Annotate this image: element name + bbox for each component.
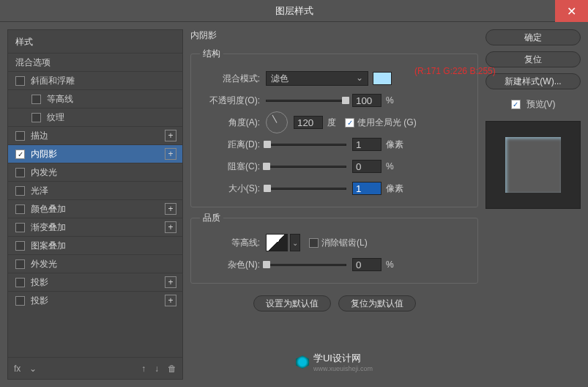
noise-unit: % (386, 259, 394, 270)
antialias-checkbox[interactable]: ✓ (309, 238, 319, 248)
quality-group: 品质 等高线: ⌄ ✓ 消除锯齿(L) 杂色(N): % (190, 212, 478, 284)
style-checkbox[interactable] (15, 223, 25, 232)
sidebar-header: 样式 (8, 30, 182, 53)
reset-default-button[interactable]: 复位为默认值 (338, 295, 416, 312)
style-item-1[interactable]: 等高线 (8, 89, 182, 108)
style-item-9[interactable]: 图案叠加 (8, 236, 182, 254)
angle-dial[interactable] (266, 111, 288, 133)
ok-button[interactable]: 确定 (485, 29, 581, 45)
opacity-input[interactable] (352, 94, 382, 107)
style-item-label: 纹理 (47, 111, 176, 124)
distance-input[interactable] (352, 138, 382, 151)
contour-dropdown-icon[interactable]: ⌄ (290, 234, 300, 251)
window-title: 图层样式 (275, 4, 313, 18)
style-checkbox[interactable] (15, 241, 25, 251)
choke-unit: % (386, 161, 394, 172)
style-checkbox[interactable] (15, 168, 25, 177)
down-arrow-icon[interactable]: ↓ (155, 364, 159, 374)
angle-label: 角度(A): (200, 117, 266, 129)
style-checkbox[interactable] (15, 76, 25, 86)
style-item-label: 描边 (31, 130, 165, 142)
add-effect-icon[interactable]: + (165, 148, 176, 160)
style-item-label: 等高线 (47, 93, 176, 106)
style-item-6[interactable]: 光泽 (8, 181, 182, 199)
cancel-button[interactable]: 复位 (485, 51, 581, 67)
add-effect-icon[interactable]: + (165, 203, 176, 215)
size-slider[interactable] (266, 188, 346, 190)
up-arrow-icon[interactable]: ↑ (141, 364, 146, 374)
structure-group: 结构 混合模式: 滤色 不透明度(O): % 角度(A): 度 ✓ 使用全局光 … (190, 48, 478, 207)
global-light-checkbox[interactable]: ✓ (345, 118, 354, 128)
add-effect-icon[interactable]: + (165, 221, 176, 233)
contour-picker[interactable] (266, 234, 288, 251)
style-item-11[interactable]: 投影+ (8, 273, 182, 291)
style-item-12[interactable]: 投影+ (8, 291, 182, 309)
style-checkbox[interactable] (15, 131, 25, 141)
noise-slider[interactable] (266, 264, 346, 266)
distance-label: 距离(D): (200, 139, 266, 151)
style-checkbox[interactable] (15, 204, 25, 214)
style-checkbox[interactable] (15, 259, 25, 269)
style-item-8[interactable]: 渐变叠加+ (8, 218, 182, 236)
style-item-5[interactable]: 内发光 (8, 163, 182, 181)
quality-legend: 品质 (200, 212, 223, 224)
style-item-label: 投影 (31, 276, 165, 289)
watermark-sub: www.xueuisheji.com (313, 365, 373, 372)
blendmode-select[interactable]: 滤色 (266, 71, 368, 86)
style-checkbox[interactable] (31, 113, 41, 122)
blend-options-item[interactable]: 混合选项 (8, 53, 182, 71)
style-checkbox[interactable] (15, 296, 25, 306)
noise-label: 杂色(N): (200, 259, 266, 271)
size-label: 大小(S): (200, 183, 266, 195)
style-item-label: 外发光 (31, 258, 176, 270)
angle-input[interactable] (294, 116, 323, 129)
style-item-10[interactable]: 外发光 (8, 254, 182, 273)
style-item-label: 斜面和浮雕 (31, 75, 176, 87)
style-item-2[interactable]: 纹理 (8, 108, 182, 126)
style-item-label: 图案叠加 (31, 240, 176, 252)
style-checkbox[interactable] (31, 95, 41, 104)
panel-title: 内阴影 (190, 29, 478, 42)
style-item-3[interactable]: 描边+ (8, 126, 182, 144)
watermark-logo-icon (296, 355, 309, 369)
close-button[interactable]: ✕ (555, 0, 588, 22)
add-effect-icon[interactable]: + (165, 276, 176, 288)
style-item-label: 内发光 (31, 166, 176, 179)
size-input[interactable] (352, 182, 382, 195)
opacity-slider[interactable] (266, 100, 346, 102)
preview-label: 预览(V) (526, 98, 556, 111)
structure-legend: 结构 (200, 48, 223, 60)
distance-unit: 像素 (386, 139, 403, 151)
style-item-4[interactable]: ✓内阴影+ (8, 144, 182, 163)
fx-menu-button[interactable]: fx (14, 364, 21, 374)
opacity-label: 不透明度(O): (200, 95, 266, 107)
preview-box (485, 121, 581, 209)
preview-checkbox[interactable]: ✓ (511, 100, 521, 109)
style-item-0[interactable]: 斜面和浮雕 (8, 71, 182, 89)
opacity-unit: % (386, 95, 394, 106)
color-swatch[interactable] (373, 72, 392, 85)
styles-sidebar: 样式 混合选项 斜面和浮雕等高线纹理描边+✓内阴影+内发光光泽颜色叠加+渐变叠加… (7, 29, 183, 380)
chevron-down-icon[interactable]: ⌄ (29, 364, 37, 374)
noise-input[interactable] (352, 258, 382, 271)
style-checkbox[interactable] (15, 186, 25, 196)
contour-label: 等高线: (200, 237, 266, 249)
style-checkbox[interactable] (15, 278, 25, 287)
add-effect-icon[interactable]: + (165, 295, 176, 306)
make-default-button[interactable]: 设置为默认值 (253, 295, 331, 312)
watermark-text: 学UI设计网 (313, 352, 373, 365)
watermark: 学UI设计网 www.xueuisheji.com (190, 344, 478, 380)
trash-icon[interactable]: 🗑 (168, 364, 176, 374)
add-effect-icon[interactable]: + (165, 130, 176, 141)
blend-options-label: 混合选项 (15, 56, 176, 69)
choke-slider[interactable] (266, 166, 346, 168)
distance-slider[interactable] (266, 144, 346, 146)
choke-input[interactable] (352, 160, 382, 173)
style-item-7[interactable]: 颜色叠加+ (8, 199, 182, 218)
angle-unit: 度 (327, 117, 336, 129)
new-style-button[interactable]: 新建样式(W)... (485, 73, 581, 89)
choke-label: 阻塞(C): (200, 161, 266, 173)
preview-swatch (505, 137, 561, 193)
style-item-label: 渐变叠加 (31, 221, 165, 234)
style-checkbox[interactable]: ✓ (15, 150, 25, 159)
